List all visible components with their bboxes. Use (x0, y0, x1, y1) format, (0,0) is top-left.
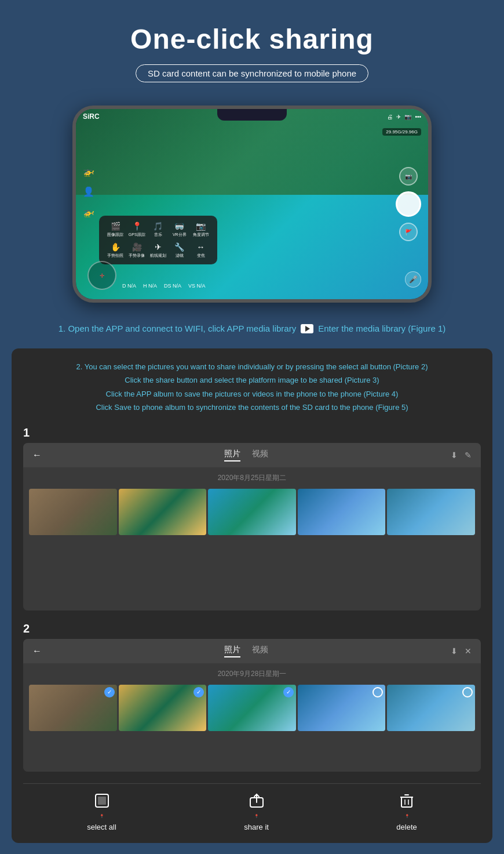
menu-icon-4: 🥽 (171, 221, 188, 231)
screen2-tab-videos[interactable]: 视频 (252, 645, 268, 657)
left-controls: 🚁 👤 🚁 (83, 166, 94, 217)
hud-vs: VS N/A (188, 283, 206, 289)
svg-rect-1 (98, 797, 106, 805)
screen2-photo-3[interactable]: ✓ (208, 685, 296, 731)
screen1-photo-4[interactable] (298, 489, 386, 535)
screen2-actions: ⬇ ✕ (451, 646, 472, 656)
screen1-photo-2[interactable] (119, 489, 207, 535)
check-badge-3: ✓ (283, 687, 294, 697)
share-pin: 📍 (254, 814, 258, 818)
phone-screen: SiRC 🖨 ✈ 📷 ••• 29.95G/29.96G 🚁 👤 🚁 (76, 109, 428, 299)
right-controls: 📷 🚩 (396, 167, 421, 241)
more-icon: ••• (415, 114, 421, 120)
print-icon: 🖨 (387, 114, 393, 120)
menu-label-4: VR分界 (173, 232, 187, 237)
menu-item-2: 📍 GPS跟踪 (129, 221, 145, 238)
screen2-back[interactable]: ← (32, 646, 42, 656)
screen1-back[interactable]: ← (32, 450, 42, 460)
menu-item-8: ✈ 航线规划 (150, 242, 167, 259)
menu-label-5: 角度调节 (193, 232, 209, 237)
screen2-photo-5[interactable] (387, 685, 475, 731)
dark-panel: 2. You can select the pictures you want … (12, 348, 492, 843)
screen1-date: 2020年8月25日星期二 (23, 467, 481, 489)
menu-icon-1: 🎬 (107, 221, 124, 231)
select-all-pin: 📍 (100, 814, 104, 818)
menu-icon-3: 🎵 (150, 221, 167, 231)
delete-icon (399, 793, 414, 812)
screen2-mockup: ← 照片 视频 ⬇ ✕ 2020年9月28日星期一 ✓ ✓ (23, 639, 481, 772)
menu-item-7: 🎥 手势录像 (129, 242, 145, 259)
step1-text2: Enter the media library (Figure 1) (318, 324, 445, 333)
storage-badge-wrapper: 29.95G/29.96G (382, 125, 421, 136)
menu-icon-6: ✋ (107, 242, 124, 252)
inst-line-1: 2. You can select the pictures you want … (23, 360, 481, 373)
screen1-download-icon[interactable]: ⬇ (451, 450, 458, 460)
menu-label-6: 手势拍照 (107, 253, 123, 257)
screen2-wrapper: 2 ← 照片 视频 ⬇ ✕ 2020年9月28日星期一 ✓ ✓ (23, 622, 481, 772)
drone-icon-2: 👤 (83, 186, 94, 197)
uncheck-badge-5 (462, 687, 473, 697)
menu-icon-10: ↔ (192, 242, 209, 252)
menu-label-7: 手势录像 (129, 253, 145, 257)
mic-btn: 🎤 (405, 271, 421, 288)
forest-overlay (76, 109, 428, 195)
hud-ds: DS N/A (164, 283, 181, 289)
uncheck-badge-4 (372, 687, 383, 697)
screen2-download-icon[interactable]: ⬇ (451, 646, 458, 656)
screen2-header: ← 照片 视频 ⬇ ✕ (23, 639, 481, 663)
menu-item-9: 🔧 滤镜 (171, 242, 188, 259)
menu-icon-7: 🎥 (129, 242, 145, 252)
screen2-tab-photos[interactable]: 照片 (224, 645, 240, 657)
inst-line-2: Click the share button and select the pl… (23, 373, 481, 387)
screen1-number: 1 (23, 426, 481, 439)
subtitle-badge: SD card content can be synchronized to m… (136, 64, 368, 82)
share-item[interactable]: 📍 share it (244, 793, 269, 831)
menu-item-1: 🎬 图像跟踪 (107, 221, 124, 238)
svg-rect-3 (401, 797, 412, 807)
menu-icon-9: 🔧 (171, 242, 188, 252)
select-all-icon (94, 793, 109, 812)
screen1-photo-5[interactable] (387, 489, 475, 535)
menu-item-10: ↔ 变焦 (192, 242, 209, 259)
screen2-number: 2 (23, 622, 481, 635)
drone-icon-3: 🚁 (83, 206, 94, 217)
step1-text: 1. Open the APP and connect to WIFI, cli… (59, 324, 297, 333)
delete-pin: 📍 (405, 814, 409, 818)
phone-frame: SiRC 🖨 ✈ 📷 ••• 29.95G/29.96G 🚁 👤 🚁 (72, 106, 432, 303)
delete-item[interactable]: 📍 delete (396, 793, 417, 831)
screen1-header: ← 照片 视频 ⬇ ✎ (23, 443, 481, 467)
menu-item-4: 🥽 VR分界 (171, 221, 188, 238)
screen1-photo-1[interactable] (29, 489, 117, 535)
menu-label-2: GPS跟踪 (129, 232, 145, 237)
right-ctrl-1: 📷 (399, 167, 418, 186)
inst-line-4: Click Save to phone album to synchronize… (23, 401, 481, 414)
screen1-photo-grid (23, 489, 481, 541)
share-icon (249, 793, 264, 812)
header-section: One-click sharing SD card content can be… (0, 0, 504, 94)
play-triangle (305, 326, 310, 332)
screen2-photo-2[interactable]: ✓ (119, 685, 207, 731)
menu-icon-8: ✈ (150, 242, 167, 252)
select-all-item[interactable]: 📍 select all (87, 793, 116, 831)
screen2-date: 2020年9月28日星期一 (23, 663, 481, 685)
screen2-photo-1[interactable]: ✓ (29, 685, 117, 731)
step1-instruction: 1. Open the APP and connect to WIFI, cli… (0, 314, 504, 343)
screen1-empty-area (23, 541, 481, 610)
screen2-photo-4[interactable] (298, 685, 386, 731)
screen1-tab-photos[interactable]: 照片 (224, 449, 240, 461)
screen1-photo-3[interactable] (208, 489, 296, 535)
screen1-tab-videos[interactable]: 视频 (252, 449, 268, 461)
main-title: One-click sharing (12, 23, 492, 55)
screen2-empty-area (23, 737, 481, 772)
phone-brand: SiRC (83, 112, 100, 121)
menu-icon-2: 📍 (129, 221, 145, 231)
drone-menu: 🎬 图像跟踪 📍 GPS跟踪 🎵 音乐 🥽 VR分界 📷 角度调节 (99, 216, 217, 264)
inst-line-3: Click the APP album to save the pictures… (23, 387, 481, 401)
hud-h: H N/A (143, 283, 157, 289)
menu-label-3: 音乐 (154, 232, 162, 237)
screen1-edit-icon[interactable]: ✎ (465, 450, 472, 460)
phone-icons: 🖨 ✈ 📷 ••• (387, 114, 421, 120)
compass-north: ✛ (100, 272, 104, 279)
screen2-close-icon[interactable]: ✕ (465, 646, 472, 656)
compass-widget: ✛ (87, 261, 116, 290)
